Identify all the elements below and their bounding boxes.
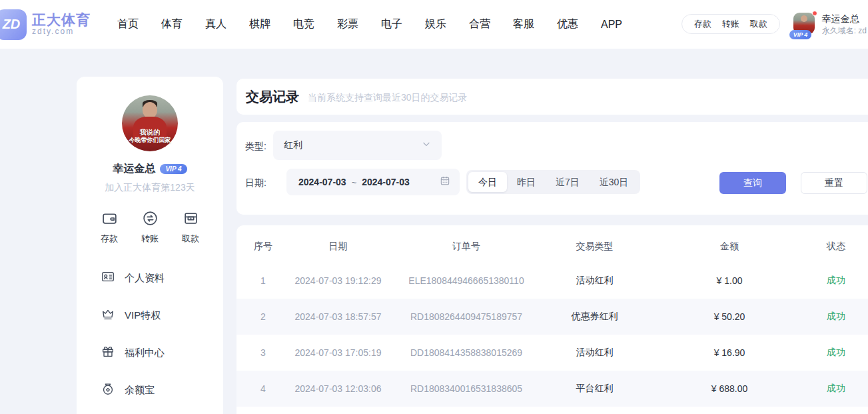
col-header-order: 订单号 (386, 241, 546, 253)
profile-vip-badge: VIP 4 (160, 164, 187, 174)
type-filter-label: 类型: (245, 141, 266, 153)
reset-button[interactable]: 重置 (801, 172, 867, 194)
transactions-table-card: 序号 日期 订单号 交易类型 金额 状态 1 2024-07-03 19:12:… (236, 225, 868, 414)
table-row: 3 2024-07-03 17:05:19 DD1808414358838015… (236, 335, 868, 371)
filters-card: 类型: 红利 日期: 2024-07-03 ~ 2024-07-03 今日 昨日… (236, 122, 868, 215)
deposit-link[interactable]: 存款 (694, 18, 711, 30)
sidebar-item-profile[interactable]: 个人资料 (77, 259, 223, 297)
col-header-date: 日期 (290, 241, 386, 253)
table-row: 2 2024-07-03 18:57:57 RD1808264409475189… (236, 299, 868, 335)
brand-name: 正大体育 (32, 13, 91, 27)
calendar-icon (440, 175, 450, 189)
sidebar-item-vip[interactable]: VIP特权 (77, 297, 223, 334)
profile-avatar[interactable] (122, 95, 178, 151)
sidebar-item-assets[interactable]: 我的资产 (77, 409, 223, 414)
main-nav: 首页 体育 真人 棋牌 电竞 彩票 电子 娱乐 合营 客服 优惠 APP (117, 17, 622, 31)
brand-logo[interactable]: ZD 正大体育 zdty.com (0, 9, 117, 40)
nav-item-partnership[interactable]: 合营 (469, 17, 490, 31)
nav-item-esports[interactable]: 电竞 (293, 17, 314, 31)
quick-action-deposit[interactable]: 存款 (101, 210, 118, 245)
nav-item-live[interactable]: 真人 (205, 17, 226, 31)
profile-sidebar: 我说的 今晚带你们回家 幸运金总 VIP 4 加入正大体育第123天 存款 转账… (77, 77, 223, 414)
page-subtitle: 当前系统支持查询最近30日的交易记录 (308, 90, 468, 104)
withdraw-link[interactable]: 取款 (750, 18, 767, 30)
brand-domain: zdty.com (32, 27, 91, 36)
nav-item-entertainment[interactable]: 娱乐 (425, 17, 446, 31)
nav-item-sports[interactable]: 体育 (161, 17, 183, 31)
chevron-down-icon (422, 139, 431, 151)
range-tab-7days[interactable]: 近7日 (546, 172, 590, 192)
withdraw-icon (183, 210, 199, 229)
col-header-status: 状态 (816, 241, 856, 253)
table-header-row: 序号 日期 订单号 交易类型 金额 状态 (236, 231, 868, 263)
wallet-actions-pill: 存款 转账 取款 (681, 14, 780, 34)
sidebar-item-yuebao[interactable]: 余额宝 (77, 371, 223, 409)
col-header-no: 序号 (236, 241, 290, 253)
quick-actions: 存款 转账 取款 (77, 210, 223, 245)
transfer-link[interactable]: 转账 (722, 18, 739, 30)
date-filter-label: 日期: (245, 177, 266, 189)
nav-item-cards[interactable]: 棋牌 (249, 17, 270, 31)
status-badge: 成功 (816, 383, 856, 395)
vip-badge: VIP 4 (789, 30, 812, 39)
date-range-input[interactable]: 2024-07-03 ~ 2024-07-03 (286, 169, 460, 195)
username: 幸运金总 (822, 13, 867, 25)
search-button[interactable]: 查询 (719, 172, 786, 194)
range-tab-today[interactable]: 今日 (468, 172, 507, 192)
date-start: 2024-07-03 (298, 177, 346, 187)
status-badge: 成功 (816, 275, 856, 287)
gift-icon (101, 344, 115, 361)
crown-icon (101, 307, 115, 324)
nav-item-support[interactable]: 客服 (513, 17, 534, 31)
topbar: ZD 正大体育 zdty.com 首页 体育 真人 棋牌 电竞 彩票 电子 娱乐… (0, 0, 868, 49)
coin-pouch-icon (101, 381, 115, 399)
permanent-domain-note: 永久域名: zd (822, 25, 867, 36)
page-title: 交易记录 (246, 88, 299, 106)
nav-item-lottery[interactable]: 彩票 (337, 17, 358, 31)
col-header-type: 交易类型 (546, 241, 643, 253)
quick-action-withdraw[interactable]: 取款 (182, 210, 199, 245)
nav-item-promos[interactable]: 优惠 (557, 17, 578, 31)
table-row: 1 2024-07-03 19:12:29 ELE180844946665138… (236, 263, 868, 299)
nav-item-home[interactable]: 首页 (117, 17, 139, 31)
wallet-deposit-icon (101, 210, 118, 229)
range-tab-30days[interactable]: 近30日 (590, 172, 639, 192)
brand-logo-icon: ZD (0, 9, 27, 40)
type-select-value: 红利 (284, 139, 422, 151)
date-end: 2024-07-03 (362, 177, 410, 187)
nav-item-app[interactable]: APP (601, 19, 622, 31)
nav-item-slots[interactable]: 电子 (381, 17, 402, 31)
date-separator: ~ (352, 177, 357, 187)
col-header-amount: 金额 (643, 241, 816, 253)
quick-range-tabs: 今日 昨日 近7日 近30日 (466, 170, 640, 194)
profile-username: 幸运金总 (113, 162, 155, 176)
sidebar-item-welfare[interactable]: 福利中心 (77, 334, 223, 371)
range-tab-yesterday[interactable]: 昨日 (507, 172, 546, 192)
notification-dot (812, 11, 817, 16)
status-badge: 成功 (816, 311, 856, 323)
type-select[interactable]: 红利 (273, 131, 442, 160)
status-badge: 成功 (816, 347, 856, 359)
transfer-icon (142, 210, 159, 229)
id-card-icon (101, 269, 115, 287)
table-row: 4 2024-07-03 12:03:06 RD1808340016531838… (236, 371, 868, 407)
user-block[interactable]: VIP 4 幸运金总 永久域名: zd (793, 13, 867, 36)
join-days-note: 加入正大体育第123天 (77, 182, 223, 194)
quick-action-transfer[interactable]: 转账 (141, 210, 159, 245)
page-header-card: 交易记录 当前系统支持查询最近30日的交易记录 (236, 79, 868, 115)
sidebar-menu: 个人资料 VIP特权 福利中心 余额宝 我的资产 (77, 259, 223, 414)
